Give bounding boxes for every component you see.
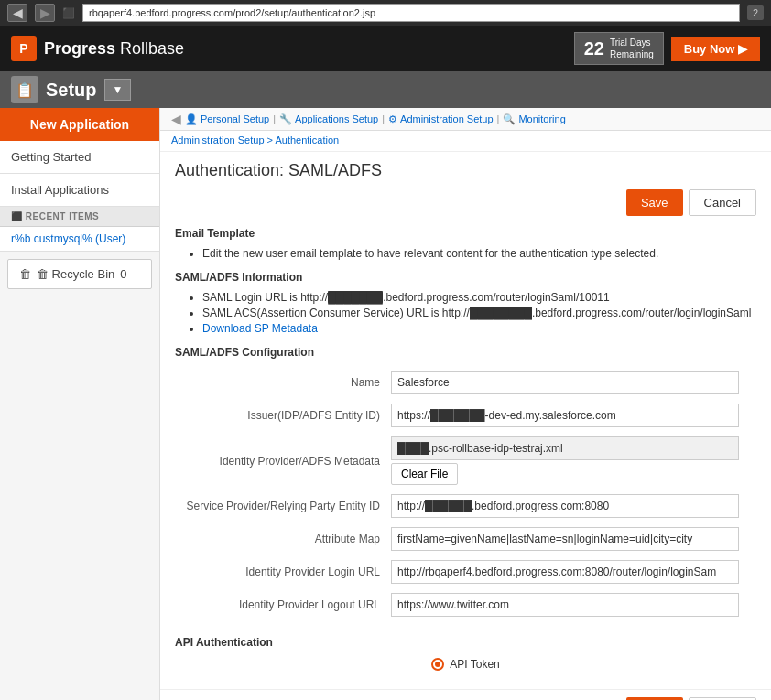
recycle-bin-button[interactable]: 🗑 🗑 Recycle Bin 0 — [7, 259, 152, 289]
back-button[interactable]: ◀ — [7, 4, 27, 22]
applications-setup-label: Applications Setup — [295, 113, 378, 124]
name-input[interactable] — [391, 371, 739, 394]
api-token-radio[interactable] — [431, 658, 444, 671]
sidebar-item-getting-started[interactable]: Getting Started — [0, 141, 159, 174]
form-row-issuer: Issuer(IDP/ADFS Entity ID) — [175, 399, 756, 432]
form-row-name: Name — [175, 366, 756, 399]
saml-acs-suffix: .bedford.progress.com/router/login/login… — [532, 307, 751, 319]
attr-map-label: Attribute Map — [175, 522, 386, 555]
attr-map-input[interactable] — [391, 527, 739, 551]
saml-download-link[interactable]: Download SP Metadata — [202, 322, 756, 335]
trial-days-label: Trial DaysRemaining — [610, 37, 654, 60]
sp-label: Service Provider/Relying Party Entity ID — [175, 490, 386, 522]
saml-config-title: SAML/ADFS Configuration — [175, 346, 756, 359]
applications-setup-link[interactable]: 🔧 Applications Setup — [279, 113, 378, 125]
email-template-title: Email Template — [175, 227, 756, 240]
applications-setup-icon: 🔧 — [279, 113, 292, 125]
sidebar: New Application Getting Started Install … — [0, 108, 160, 700]
page-title: Authentication: SAML/ADFS — [175, 161, 756, 180]
breadcrumb-sep-1: | — [273, 113, 276, 124]
recycle-bin-label: 🗑 Recycle Bin — [37, 267, 114, 281]
setup-dropdown[interactable]: ▼ — [104, 79, 132, 101]
attr-map-cell — [386, 522, 756, 555]
forward-button[interactable]: ▶ — [35, 4, 55, 22]
logout-url-cell — [386, 588, 756, 621]
personal-setup-icon: 👤 — [185, 113, 198, 125]
logout-url-label: Identity Provider Logout URL — [175, 588, 386, 621]
tab-indicator: 2 — [747, 5, 764, 20]
saml-acs-item: SAML ACS(Assertion Consumer Service) URL… — [202, 307, 756, 319]
metadata-label: Identity Provider/ADFS Metadata — [175, 432, 386, 490]
login-url-input[interactable] — [391, 560, 739, 584]
saml-login-url-redacted: ███████ — [328, 291, 383, 304]
issuer-cell — [386, 399, 756, 432]
buy-now-button[interactable]: Buy Now ▶ — [671, 37, 760, 61]
breadcrumb-nav: ◀ 👤 Personal Setup | 🔧 Applications Setu… — [160, 108, 771, 131]
name-label: Name — [175, 366, 386, 399]
save-button-top[interactable]: Save — [626, 189, 683, 216]
breadcrumb-sep-3: | — [497, 113, 500, 124]
login-url-label: Identity Provider Login URL — [175, 555, 386, 588]
form-row-logout-url: Identity Provider Logout URL — [175, 588, 756, 621]
metadata-cell: Clear File — [386, 432, 756, 490]
recycle-bin-icon: 🗑 — [19, 267, 31, 281]
breadcrumb-admin-setup[interactable]: Administration Setup — [171, 135, 265, 145]
sp-cell — [386, 490, 756, 522]
saml-info-title: SAML/ADFS Information — [175, 271, 756, 284]
saml-acs-prefix: SAML ACS(Assertion Consumer Service) URL… — [202, 307, 470, 319]
new-application-button[interactable]: New Application — [0, 108, 159, 141]
saml-login-url-item: SAML Login URL is http://███████.bedford… — [202, 291, 756, 304]
breadcrumb-current: Authentication — [275, 135, 339, 145]
logo-icon: P — [11, 36, 37, 61]
logo-text: Progress Rollbase — [44, 39, 184, 59]
top-action-bar: Save Cancel — [175, 189, 756, 216]
logout-url-input[interactable] — [391, 593, 739, 617]
bottom-action-bar: Save Cancel — [160, 689, 771, 700]
breadcrumb-path: Administration Setup > Authentication — [160, 131, 771, 152]
address-bar[interactable] — [82, 4, 740, 22]
setup-title: Setup — [46, 80, 97, 101]
sidebar-recent-user[interactable]: r%b custmysql% (User) — [0, 227, 159, 252]
main-content: ◀ 👤 Personal Setup | 🔧 Applications Setu… — [160, 108, 771, 700]
saml-login-url-suffix: .bedford.progress.com/router/loginSaml/1… — [383, 291, 609, 304]
saml-info-list: SAML Login URL is http://███████.bedford… — [202, 291, 756, 335]
administration-setup-link[interactable]: ⚙ Administration Setup — [388, 113, 494, 125]
logo-area: P Progress Rollbase — [11, 36, 184, 61]
issuer-input[interactable] — [391, 404, 739, 427]
administration-setup-icon: ⚙ — [388, 113, 397, 125]
form-row-attr-map: Attribute Map — [175, 522, 756, 555]
recent-items-header: ⬛ RECENT ITEMS — [0, 207, 159, 227]
personal-setup-link[interactable]: 👤 Personal Setup — [185, 113, 269, 125]
clear-file-button[interactable]: Clear File — [391, 463, 458, 485]
sidebar-item-install-applications[interactable]: Install Applications — [0, 174, 159, 207]
page-content: Authentication: SAML/ADFS Save Cancel Em… — [160, 152, 771, 689]
recycle-bin-count: 0 — [120, 267, 126, 281]
cancel-button-top[interactable]: Cancel — [689, 189, 756, 216]
breadcrumb-sep-2: | — [382, 113, 385, 124]
api-auth-title: API Authentication — [175, 636, 756, 649]
metadata-file-input — [391, 436, 739, 460]
monitoring-link[interactable]: 🔍 Monitoring — [503, 113, 565, 125]
app-header: P Progress Rollbase 22 Trial DaysRemaini… — [0, 26, 771, 71]
radio-dot-inner — [435, 662, 440, 667]
browser-toolbar: ◀ ▶ ⬛ 2 — [0, 0, 771, 26]
form-row-metadata: Identity Provider/ADFS Metadata Clear Fi… — [175, 432, 756, 490]
main-layout: New Application Getting Started Install … — [0, 108, 771, 700]
monitoring-label: Monitoring — [518, 113, 565, 124]
favicon: ⬛ — [62, 7, 75, 19]
api-token-radio-group: API Token — [175, 658, 756, 671]
sp-input[interactable] — [391, 494, 739, 518]
monitoring-icon: 🔍 — [503, 113, 516, 125]
saml-login-url-prefix: SAML Login URL is http:// — [202, 291, 328, 304]
saml-config-form: Name Issuer(IDP/ADFS Entity ID) Identity… — [175, 366, 756, 621]
setup-bar: 📋 Setup ▼ — [0, 71, 771, 108]
issuer-label: Issuer(IDP/ADFS Entity ID) — [175, 399, 386, 432]
name-cell — [386, 366, 756, 399]
api-token-label: API Token — [450, 658, 499, 671]
personal-setup-label: Personal Setup — [201, 113, 269, 124]
email-template-info: Edit the new user email template to have… — [202, 247, 756, 260]
saml-acs-redacted: ████████ — [470, 307, 532, 319]
login-url-cell — [386, 555, 756, 588]
form-row-sp: Service Provider/Relying Party Entity ID — [175, 490, 756, 522]
trial-area: 22 Trial DaysRemaining Buy Now ▶ — [574, 32, 760, 65]
